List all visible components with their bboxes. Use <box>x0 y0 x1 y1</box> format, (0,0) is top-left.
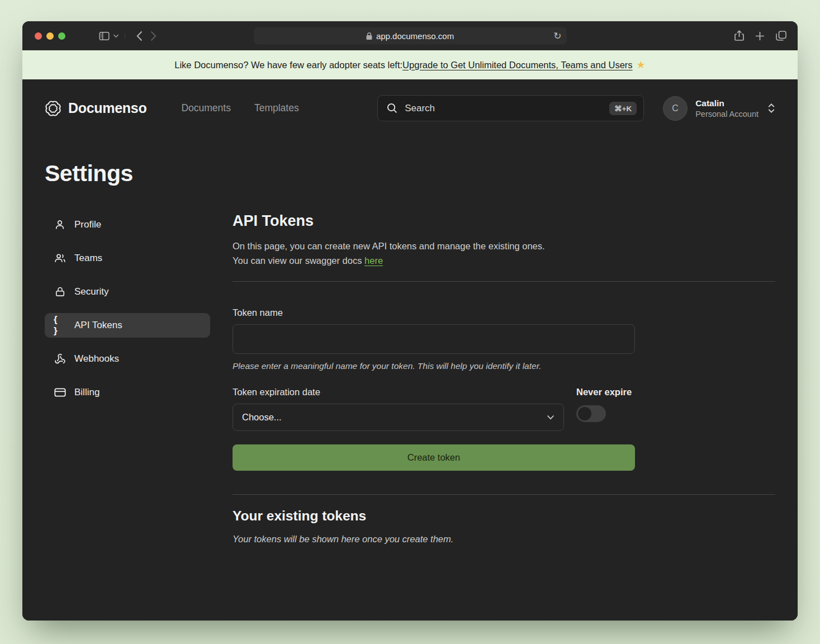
avatar: C <box>663 96 688 121</box>
divider <box>233 494 775 495</box>
sidebar-item-security[interactable]: Security <box>45 280 210 304</box>
existing-tokens-heading: Your existing tokens <box>233 508 775 524</box>
sidebar-item-webhooks[interactable]: Webhooks <box>45 347 210 371</box>
traffic-lights <box>35 32 65 40</box>
sidebar-item-label: Webhooks <box>74 353 119 364</box>
search-placeholder: Search <box>405 103 435 114</box>
sidebar-item-billing[interactable]: Billing <box>45 380 210 405</box>
search-shortcut-badge: ⌘+K <box>609 102 637 115</box>
sidebar-item-teams[interactable]: Teams <box>45 246 210 271</box>
webhook-icon <box>54 353 66 364</box>
user-icon <box>54 219 66 230</box>
sidebar-toggle-icon[interactable] <box>99 31 110 41</box>
token-name-input[interactable] <box>233 324 635 354</box>
existing-tokens-empty-text: Your tokens will be shown here once you … <box>233 534 775 544</box>
expiration-select-value: Choose... <box>242 412 282 423</box>
upgrade-link[interactable]: Upgrade to Get Unlimited Documents, Team… <box>402 60 632 70</box>
users-icon <box>54 253 66 264</box>
create-token-form: Token name Please enter a meaningful nam… <box>233 307 635 471</box>
promo-banner: Like Documenso? We have few early adopte… <box>22 50 798 79</box>
user-name: Catalin <box>695 98 759 108</box>
never-expire-label: Never expire <box>576 387 635 397</box>
section-heading: API Tokens <box>233 212 775 230</box>
account-type: Personal Account <box>695 110 759 119</box>
promo-text: Like Documenso? We have few early adopte… <box>174 60 402 70</box>
token-name-hint: Please enter a meaningful name for your … <box>233 361 635 371</box>
close-button[interactable] <box>35 32 42 40</box>
credit-card-icon <box>54 387 66 397</box>
sidebar-chevron-icon[interactable] <box>113 34 125 38</box>
app-root: Documenso Documents Templates Search ⌘+K… <box>22 79 798 621</box>
documenso-seal-icon <box>45 100 61 117</box>
chevron-down-icon <box>547 415 554 420</box>
nav-templates[interactable]: Templates <box>254 102 299 114</box>
lock-icon <box>54 286 66 297</box>
ssl-lock-icon <box>366 32 372 40</box>
sidebar-item-api-tokens[interactable]: { } API Tokens <box>45 313 210 338</box>
address-bar[interactable]: app.documenso.com ↻ <box>254 27 567 45</box>
toggle-knob <box>578 407 591 420</box>
swagger-docs-link[interactable]: here <box>364 255 383 266</box>
sidebar-item-label: Profile <box>74 219 101 230</box>
divider <box>233 281 775 282</box>
star-icon: ★ <box>637 59 646 71</box>
api-tokens-panel: API Tokens On this page, you can create … <box>233 212 775 544</box>
url-text: app.documenso.com <box>376 31 454 41</box>
forward-button[interactable] <box>150 31 157 41</box>
token-name-label: Token name <box>233 307 635 318</box>
tab-overview-icon[interactable] <box>776 31 786 41</box>
search-icon <box>387 103 397 113</box>
browser-window: app.documenso.com ↻ Like Documenso <box>22 21 798 621</box>
expiration-date-select[interactable]: Choose... <box>233 404 564 431</box>
new-tab-icon[interactable] <box>755 31 765 41</box>
zoom-button[interactable] <box>58 32 65 40</box>
minimize-button[interactable] <box>46 32 54 40</box>
never-expire-toggle[interactable] <box>576 405 606 422</box>
share-icon[interactable] <box>734 30 744 41</box>
sidebar-item-profile[interactable]: Profile <box>45 212 210 237</box>
settings-sidebar: Profile Teams Security { } API Token <box>45 212 210 544</box>
sidebar-item-label: API Tokens <box>74 320 122 331</box>
create-token-button[interactable]: Create token <box>233 444 635 471</box>
app-header: Documenso Documents Templates Search ⌘+K… <box>45 79 775 136</box>
search-input[interactable]: Search ⌘+K <box>377 95 644 121</box>
brand-name: Documenso <box>68 100 146 116</box>
section-description-line2: You can view our swagger docs <box>233 255 364 266</box>
chevrons-up-down-icon <box>767 103 775 113</box>
top-nav: Documents Templates <box>181 102 298 114</box>
browser-titlebar: app.documenso.com ↻ <box>22 21 798 50</box>
section-description-line1: On this page, you can create new API tok… <box>233 241 545 251</box>
back-button[interactable] <box>136 31 143 41</box>
account-menu[interactable]: C Catalin Personal Account <box>663 96 775 121</box>
braces-icon: { } <box>54 314 66 337</box>
sidebar-item-label: Teams <box>74 253 102 264</box>
expiration-date-label: Token expiration date <box>233 387 564 397</box>
page-title: Settings <box>45 160 775 187</box>
refresh-icon[interactable]: ↻ <box>553 30 561 42</box>
sidebar-item-label: Billing <box>74 387 99 398</box>
sidebar-item-label: Security <box>74 286 108 297</box>
documenso-logo[interactable]: Documenso <box>45 100 146 117</box>
nav-documents[interactable]: Documents <box>181 102 231 114</box>
